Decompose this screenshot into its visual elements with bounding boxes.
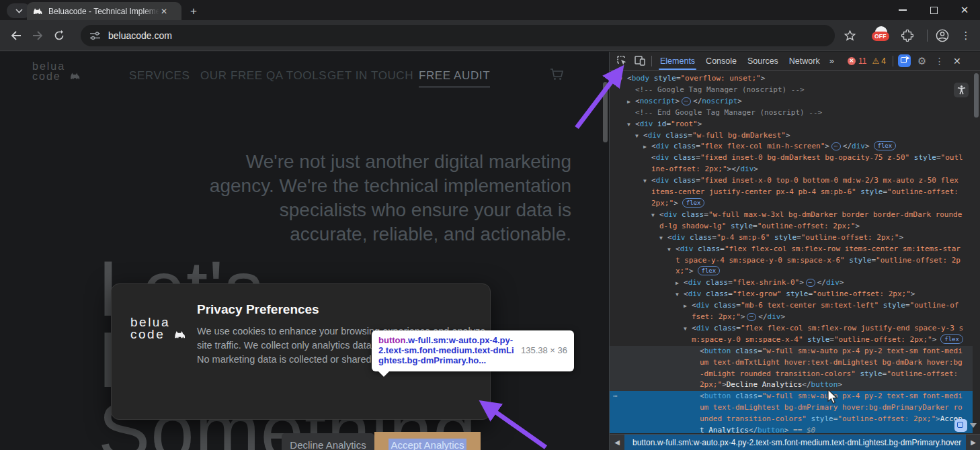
tab-elements[interactable]: Elements xyxy=(655,52,700,70)
devtools-tree-line[interactable]: ▼<div class="flex flex-col sm:flex-row i… xyxy=(610,244,973,278)
accept-analytics-button[interactable]: Accept Analytics xyxy=(374,432,481,450)
dog-logo-icon xyxy=(173,329,186,341)
expand-arrow-icon[interactable]: ▼ xyxy=(627,120,630,131)
browser-tab[interactable]: Beluacode - Technical Implemen ✕ xyxy=(27,2,181,20)
toolbar-separator xyxy=(893,56,893,66)
devtools-scrollbar-thumb[interactable] xyxy=(974,73,979,118)
expand-arrow-icon[interactable]: ▼ xyxy=(635,131,639,142)
console-errors-badge[interactable]: ✕ 11 ⚠ 4 xyxy=(848,56,886,66)
devtools-tree-line[interactable]: ▼<div class="w-full max-w-3xl bg-dmDarke… xyxy=(610,210,973,232)
adblock-extension-button[interactable]: OFF xyxy=(870,24,892,47)
browser-toolbar: beluacode.com OFF ⋮ xyxy=(0,20,980,51)
expand-arrow-icon[interactable]: ▼ xyxy=(684,324,687,335)
toolbar-separator xyxy=(651,56,652,66)
elements-dom-tree: ▼<body style="overflow: unset;"><!-- Goo… xyxy=(610,72,973,433)
flex-badge[interactable]: flex xyxy=(682,198,705,208)
cart-icon xyxy=(548,66,565,83)
blue-extension-icon: ➤ xyxy=(898,54,911,67)
flex-badge[interactable]: flex xyxy=(940,334,963,344)
nav-services[interactable]: SERVICES xyxy=(129,69,190,83)
collapsed-content-ellipsis[interactable]: ⋯ xyxy=(831,142,841,150)
devtools-tree-line[interactable]: ▼<body style="overflow: unset;"> xyxy=(610,73,973,85)
tab-network[interactable]: Network xyxy=(784,52,825,70)
window-close-button[interactable]: ✕ xyxy=(949,0,980,20)
page-scrollbar-thumb[interactable] xyxy=(603,82,608,142)
devtools-breadcrumb-bar: ◀ button.w-full.sm\:w-auto.px-4.py-2.tex… xyxy=(610,434,980,450)
nav-qa-tools[interactable]: OUR FREE QA TOOLS xyxy=(200,69,327,83)
inspect-element-button[interactable] xyxy=(614,53,631,69)
forward-button[interactable] xyxy=(27,25,48,46)
devtools-tree-line[interactable]: ▶<noscript>⋯</noscript> xyxy=(610,96,973,107)
expand-arrow-icon[interactable]: ▼ xyxy=(619,74,622,85)
expand-arrow-icon[interactable]: ▼ xyxy=(667,244,671,256)
nav-free-audit[interactable]: FREE AUDIT xyxy=(419,69,490,87)
tab-console[interactable]: Console xyxy=(700,52,742,70)
devtools-tree-line[interactable]: <!-- Google Tag Manager (noscript) --> xyxy=(610,85,973,96)
flex-badge[interactable]: flex xyxy=(874,141,897,150)
window-maximize-button[interactable] xyxy=(918,0,949,20)
reveal-element-badge[interactable] xyxy=(954,419,967,432)
reload-button[interactable] xyxy=(48,25,70,46)
expand-arrow-icon[interactable]: ▼ xyxy=(659,233,663,244)
decline-analytics-button[interactable]: Decline Analytics xyxy=(282,433,374,450)
address-bar[interactable]: beluacode.com xyxy=(81,25,835,46)
devtools-tree-line[interactable]: ▼<div class="w-full bg-dmDarkest"> xyxy=(610,130,973,142)
flex-badge[interactable]: flex xyxy=(698,266,721,275)
extensions-button[interactable] xyxy=(897,25,918,46)
devtools-tree-line[interactable]: ▼<div id="root"> xyxy=(610,119,973,130)
devtools-tree-line[interactable]: ▼<div class="flex flex-col sm:flex-row j… xyxy=(610,323,973,346)
bookmark-star-button[interactable] xyxy=(839,25,860,46)
devtools-tree-line[interactable]: ▶<div class="flex-shrink-0">⋯</div> xyxy=(610,277,973,289)
url-text[interactable]: beluacode.com xyxy=(108,30,172,41)
devtools-tree-line[interactable]: <!-- End Google Tag Manager (noscript) -… xyxy=(610,107,973,119)
devtools-close-button[interactable]: ✕ xyxy=(948,53,966,69)
expand-arrow-icon[interactable]: ▶ xyxy=(676,278,679,289)
modal-logo: belua code xyxy=(130,316,170,341)
back-button[interactable] xyxy=(5,25,27,46)
expand-arrow-icon[interactable]: ▶ xyxy=(627,97,630,108)
scroll-down-arrow[interactable] xyxy=(970,423,977,428)
site-settings-icon[interactable] xyxy=(90,32,100,40)
expand-arrow-icon[interactable]: ▼ xyxy=(651,210,655,222)
breadcrumb-left-arrow[interactable]: ◀ xyxy=(610,435,624,450)
accessibility-overlay-button[interactable] xyxy=(954,83,969,97)
accept-analytics-label: Accept Analytics xyxy=(389,439,466,450)
devtools-tree-line[interactable]: <div class="fixed inset-0 bg-dmDarkest b… xyxy=(610,152,973,175)
profile-button[interactable] xyxy=(932,25,953,46)
devtools-tree-line[interactable]: ▼<div class="p-4 sm:p-6" style="outline-… xyxy=(610,232,973,244)
tab-title: Beluacode - Technical Implemen xyxy=(48,7,159,16)
devtools-settings-button[interactable]: ⚙ xyxy=(913,53,931,69)
collapsed-content-ellipsis[interactable]: ⋯ xyxy=(747,313,756,321)
cart-button[interactable] xyxy=(548,66,565,83)
tooltip-dimensions: 135.38 × 36 xyxy=(521,345,567,355)
extension-devtools-button[interactable]: ➤ xyxy=(896,53,913,69)
devtools-tree-line[interactable]: ▼<div class="flex-grow" style="outline-o… xyxy=(610,289,973,300)
devtools-tree-line[interactable]: ▼<div class="fixed inset-x-0 top-0 botto… xyxy=(610,175,973,210)
tab-sources[interactable]: Sources xyxy=(742,52,784,70)
tab-close-icon[interactable]: ✕ xyxy=(161,7,167,16)
collapsed-content-ellipsis[interactable]: ⋯ xyxy=(806,279,815,287)
expand-arrow-icon[interactable]: ▶ xyxy=(643,142,647,153)
device-toolbar-button[interactable] xyxy=(631,53,649,69)
browser-menu-button[interactable]: ⋮ xyxy=(956,25,975,46)
tooltip-tag: button xyxy=(378,335,405,345)
breadcrumb-selected-node[interactable]: button.w-full.sm\:w-auto.px-4.py-2.text-… xyxy=(624,435,966,450)
devtools-tree-line[interactable]: ⋯<button class="w-full sm:w-auto px-4 py… xyxy=(610,391,973,433)
beluacode-favicon xyxy=(32,6,43,17)
more-tabs-button[interactable]: » xyxy=(825,56,838,66)
avatar-icon xyxy=(936,29,949,42)
node-more-actions[interactable]: ⋯ xyxy=(613,391,618,402)
devtools-tree-line[interactable]: ▶<div class="mb-6 text-center sm:text-le… xyxy=(610,300,973,323)
devtools-tree-line[interactable]: ▶<div class="flex flex-col min-h-screen"… xyxy=(610,141,973,152)
new-tab-button[interactable]: + xyxy=(190,5,197,17)
expand-arrow-icon[interactable]: ▶ xyxy=(684,301,687,312)
breadcrumb-right-arrow[interactable]: ▶ xyxy=(966,435,980,450)
site-logo[interactable]: belua code xyxy=(32,61,65,81)
devtools-menu-button[interactable]: ⋮ xyxy=(931,53,948,69)
expand-arrow-icon[interactable]: ▼ xyxy=(676,289,679,301)
nav-get-in-touch[interactable]: GET IN TOUCH xyxy=(327,69,413,83)
collapsed-content-ellipsis[interactable]: ⋯ xyxy=(682,97,691,105)
expand-arrow-icon[interactable]: ▼ xyxy=(643,176,647,187)
devtools-tree-line[interactable]: <button class="w-full sm:w-auto px-4 py-… xyxy=(610,346,973,392)
window-minimize-button[interactable] xyxy=(887,0,918,20)
